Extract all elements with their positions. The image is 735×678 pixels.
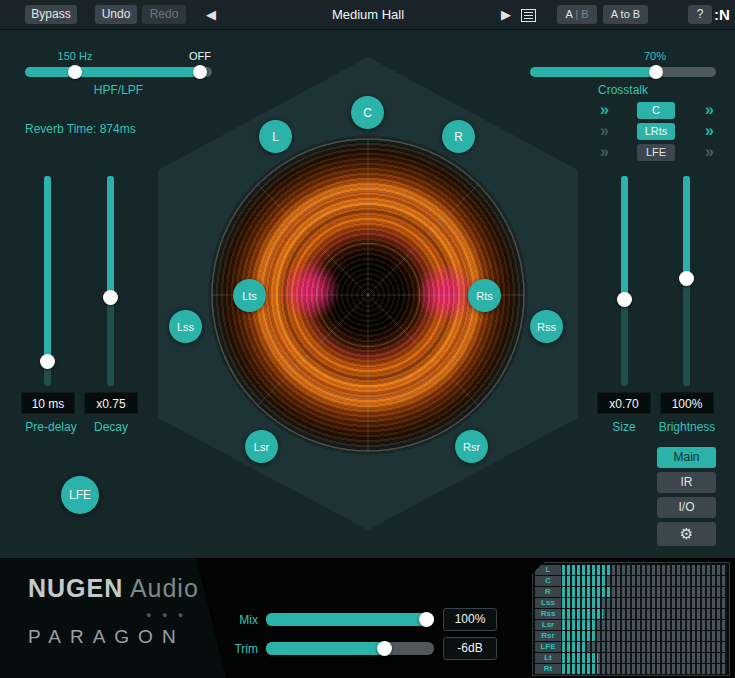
route-button-lfe[interactable]: LFE (637, 144, 675, 161)
size-slider[interactable] (621, 176, 628, 386)
trim-label: Trim (228, 642, 258, 656)
bypass-button[interactable]: Bypass (25, 5, 77, 24)
brand-name-primary: NUGEN (28, 574, 123, 602)
meter-row: Lss (535, 598, 727, 608)
settings-gear-icon[interactable]: ⚙ (657, 522, 716, 546)
meter-bar (562, 653, 727, 663)
hpf-lpf-fill (25, 67, 201, 77)
predelay-slider[interactable] (44, 176, 51, 386)
brightness-fill (683, 176, 690, 278)
brand-dots: ● ● ● (146, 610, 187, 620)
channel-node-lfe[interactable]: LFE (61, 476, 99, 514)
mix-slider[interactable] (266, 613, 434, 626)
meter-channel-label: Lss (535, 598, 561, 608)
channel-node-rsr[interactable]: Rsr (455, 430, 488, 463)
trim-handle[interactable] (377, 641, 392, 656)
meter-bar (562, 664, 727, 674)
preset-list-icon[interactable] (518, 8, 538, 22)
meter-bar (562, 587, 727, 597)
channel-node-lts[interactable]: Lts (233, 279, 266, 312)
route-out-chevrons-icon[interactable]: » (705, 102, 712, 118)
nugen-logo: :N (710, 5, 734, 24)
bottom-bar: NUGEN Audio ● ● ● PARAGON Mix 100% Trim … (0, 558, 735, 678)
crosstalk-handle[interactable] (649, 65, 663, 79)
meter-row: L (535, 565, 727, 575)
help-button[interactable]: ? (688, 5, 712, 24)
route-in-chevrons-icon[interactable]: » (600, 144, 607, 160)
decay-handle[interactable] (103, 290, 118, 305)
preset-name[interactable]: Medium Hall (268, 5, 468, 24)
size-handle[interactable] (617, 292, 632, 307)
lpf-handle[interactable] (193, 65, 207, 79)
channel-node-lsr[interactable]: Lsr (245, 430, 278, 463)
tab-main[interactable]: Main (657, 447, 716, 468)
predelay-handle[interactable] (40, 354, 55, 369)
meter-fill (562, 587, 610, 597)
meter-fill (562, 576, 605, 586)
trim-fill (266, 642, 384, 655)
meter-bar (562, 631, 727, 641)
brightness-value[interactable]: 100% (660, 392, 714, 414)
meter-bar (562, 598, 727, 608)
next-preset-icon[interactable]: ▶ (498, 5, 514, 24)
tab-io[interactable]: I/O (657, 497, 716, 518)
meter-row: Rsr (535, 631, 727, 641)
crosstalk-slider[interactable] (530, 67, 716, 77)
meter-channel-label: Lsr (535, 620, 561, 630)
trim-value[interactable]: -6dB (443, 637, 497, 660)
route-out-chevrons-icon[interactable]: » (705, 123, 712, 139)
viz-pink-glow-left (278, 258, 342, 322)
brand-name-secondary: Audio (130, 574, 199, 602)
channel-node-rss[interactable]: Rss (530, 310, 563, 343)
route-button-lrts[interactable]: LRts (637, 123, 675, 140)
meter-row: Rss (535, 609, 727, 619)
tab-ir[interactable]: IR (657, 472, 716, 493)
meter-channel-label: R (535, 587, 561, 597)
meter-fill (562, 565, 612, 575)
redo-button[interactable]: Redo (142, 5, 186, 24)
meter-channel-label: Rt (535, 664, 561, 674)
channel-node-rts[interactable]: Rts (468, 279, 501, 312)
hpf-value: 150 Hz (45, 50, 105, 62)
ab-compare-button[interactable]: A | B (557, 5, 597, 24)
top-toolbar: Bypass Undo Redo ◀ Medium Hall ▶ A | B A… (0, 0, 735, 30)
meter-row: R (535, 587, 727, 597)
size-value[interactable]: x0.70 (597, 392, 651, 414)
meter-bar (562, 565, 727, 575)
predelay-fill (44, 176, 51, 361)
meter-row: Lsr (535, 620, 727, 630)
product-name: PARAGON (28, 626, 185, 648)
meter-bar (562, 620, 727, 630)
route-in-chevrons-icon[interactable]: » (600, 123, 607, 139)
decay-value[interactable]: x0.75 (84, 392, 138, 414)
paragon-plugin-window: Bypass Undo Redo ◀ Medium Hall ▶ A | B A… (0, 0, 735, 678)
channel-node-r[interactable]: R (442, 120, 475, 153)
hpf-lpf-label: HPF/LPF (25, 83, 212, 97)
mix-value[interactable]: 100% (443, 608, 497, 631)
channel-node-l[interactable]: L (259, 120, 292, 153)
previous-preset-icon[interactable]: ◀ (202, 5, 220, 24)
predelay-value[interactable]: 10 ms (21, 392, 75, 414)
route-button-c[interactable]: C (637, 102, 675, 119)
crosstalk-value: 70% (630, 50, 680, 62)
hpf-handle[interactable] (68, 65, 82, 79)
hpf-lpf-slider[interactable] (25, 67, 212, 77)
routing-row-lrts: » LRts » (600, 122, 712, 140)
route-in-chevrons-icon[interactable]: » (600, 102, 607, 118)
undo-button[interactable]: Undo (95, 5, 137, 24)
trim-slider[interactable] (266, 642, 434, 655)
mix-handle[interactable] (419, 612, 434, 627)
channel-node-lss[interactable]: Lss (169, 310, 202, 343)
meter-channel-label: L (535, 565, 561, 575)
meter-bar (562, 609, 727, 619)
decay-slider[interactable] (107, 176, 114, 386)
brightness-slider[interactable] (683, 176, 690, 386)
meter-row: Lt (535, 653, 727, 663)
route-out-chevrons-icon[interactable]: » (705, 144, 712, 160)
channel-node-c[interactable]: C (351, 96, 384, 129)
meter-fill (562, 653, 598, 663)
output-meters: L C R Lss Rss Lsr (532, 562, 730, 676)
brightness-handle[interactable] (679, 271, 694, 286)
brand-name: NUGEN Audio (28, 574, 199, 603)
a-to-b-button[interactable]: A to B (603, 5, 648, 24)
